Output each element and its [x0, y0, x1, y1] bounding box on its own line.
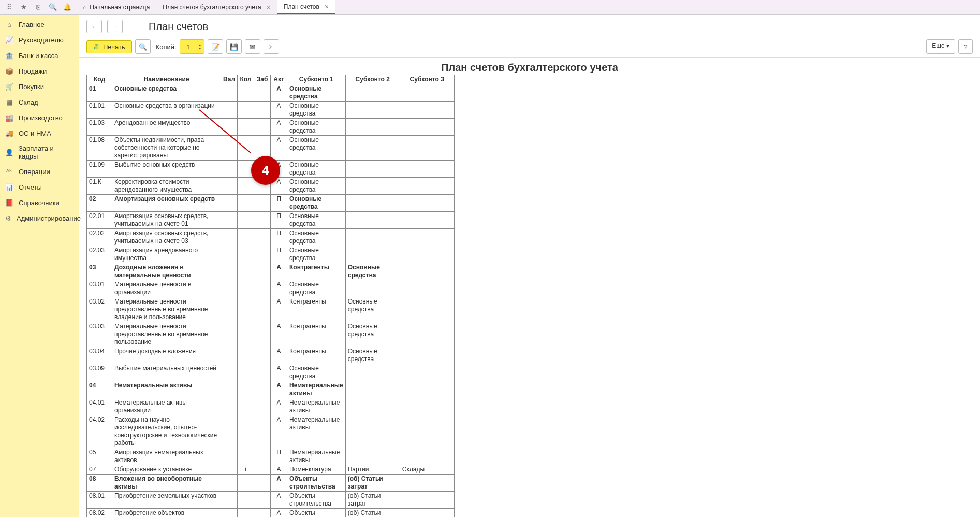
cell [221, 322, 238, 347]
sidebar-item-bars[interactable]: 📊Отчеты [0, 179, 79, 195]
ops-icon: ᴬᵏ [5, 167, 13, 176]
cell: А [271, 280, 287, 297]
close-icon[interactable]: × [325, 3, 329, 11]
table-row[interactable]: 02.01Амортизация основных средств, учиты… [87, 212, 455, 229]
tab-2[interactable]: План счетов× [277, 0, 335, 14]
cell [221, 195, 238, 212]
tab-1[interactable]: План счетов бухгалтерского учета× [156, 0, 277, 14]
cell: Основные средства [287, 364, 346, 381]
table-row[interactable]: 03.09Выбытие материальных ценностейАОсно… [87, 364, 455, 381]
more-button[interactable]: Еще ▾ [926, 39, 955, 54]
column-header: Наименование [112, 75, 221, 84]
truck-icon: 🚚 [5, 129, 13, 137]
cell: Основные средства [287, 195, 346, 212]
cell [345, 448, 400, 465]
table-row[interactable]: 05Амортизация нематериальных активовПНем… [87, 448, 455, 465]
cell: 08.02 [87, 509, 112, 518]
cell: А [271, 509, 287, 518]
star-icon[interactable]: ★ [17, 0, 31, 15]
copy-icon[interactable]: ⎘ [31, 0, 46, 15]
table-row[interactable]: 03.02Материальные ценности предоставленн… [87, 297, 455, 322]
cell: Амортизация основных средств, учитываемы… [112, 212, 221, 229]
sidebar-label: Производство [19, 114, 63, 122]
sidebar-item-gear[interactable]: ⚙Администрирование [0, 210, 79, 226]
cell: Основные средства [345, 347, 400, 364]
accounts-table: КодНаименованиеВалКолЗабАктСубконто 1Суб… [86, 75, 455, 517]
person-icon: 👤 [5, 148, 13, 156]
close-icon[interactable]: × [267, 3, 271, 11]
table-row[interactable]: 04.01Нематериальные активы организацииАН… [87, 398, 455, 415]
table-row[interactable]: 03Доходные вложения в материальные ценно… [87, 263, 455, 280]
sum-button[interactable]: Σ [264, 39, 279, 54]
back-button[interactable]: ← [86, 20, 102, 33]
column-header: Субконто 3 [400, 75, 454, 84]
sidebar-item-ops[interactable]: ᴬᵏОперации [0, 164, 79, 179]
table-row[interactable]: 08Вложения во внеоборотные активыАОбъект… [87, 475, 455, 492]
sidebar-item-sales[interactable]: 📦Продажи [0, 63, 79, 79]
sidebar-item-warehouse[interactable]: ▦Склад [0, 94, 79, 110]
cell: Основные средства [112, 84, 221, 102]
tab-0[interactable]: ⌂Начальная страница [77, 0, 156, 14]
bell-icon[interactable]: 🔔 [60, 0, 75, 15]
table-row[interactable]: 02.03Амортизация арендованного имущества… [87, 246, 455, 263]
table-row[interactable]: 03.03Материальные ценности предоставленн… [87, 322, 455, 347]
email-button[interactable]: ✉ [245, 39, 260, 54]
table-row[interactable]: 03.01Материальные ценности в организации… [87, 280, 455, 297]
sidebar-item-bank[interactable]: 🏦Банк и касса [0, 48, 79, 63]
cell [221, 347, 238, 364]
sidebar-item-chart[interactable]: 📈Руководителю [0, 32, 79, 48]
top-icons: ⠿ ★ ⎘ 🔍 🔔 [0, 0, 77, 15]
table-row[interactable]: 03.04Прочие доходные вложенияАКонтрагент… [87, 347, 455, 364]
cell: Основные средства [287, 178, 346, 195]
cell: Амортизация основных средств, учитываемы… [112, 229, 221, 246]
cell: А [271, 381, 287, 398]
sidebar-label: Справочники [19, 199, 60, 207]
copies-field[interactable] [182, 43, 195, 51]
cell: Корректировка стоимости арендованного им… [112, 178, 221, 195]
cell: (об) Статьи затрат [345, 475, 400, 492]
apps-icon[interactable]: ⠿ [2, 0, 17, 15]
table-row[interactable]: 01.01Основные средства в организацииАОсн… [87, 102, 455, 119]
cell [345, 119, 400, 136]
cell [345, 381, 400, 398]
sidebar-item-truck[interactable]: 🚚ОС и НМА [0, 125, 79, 141]
cell [254, 492, 271, 509]
help-button[interactable]: ? [958, 39, 973, 54]
cell [254, 297, 271, 322]
copies-input[interactable]: ▲▼ [180, 39, 204, 54]
cell: 03.01 [87, 280, 112, 297]
cell [238, 448, 254, 465]
cell [345, 102, 400, 119]
cell [254, 448, 271, 465]
sidebar-item-book[interactable]: 📕Справочники [0, 195, 79, 210]
table-row[interactable]: 04.02Расходы на научно-исследовательские… [87, 415, 455, 448]
top-bar: ⠿ ★ ⎘ 🔍 🔔 ⌂Начальная страницаПлан счетов… [0, 0, 980, 15]
preview-button[interactable]: 🔍 [135, 39, 151, 54]
save-button[interactable]: 💾 [226, 39, 242, 54]
table-area[interactable]: 4 План счетов бухгалтерского учета КодНа… [79, 58, 980, 517]
cell: А [271, 492, 287, 509]
edit-button[interactable]: 📝 [208, 39, 223, 54]
sidebar-item-cart[interactable]: 🛒Покупки [0, 79, 79, 94]
cell: Основные средства [287, 280, 346, 297]
sidebar-item-home[interactable]: ⌂Главное [0, 17, 79, 32]
search-icon[interactable]: 🔍 [46, 0, 60, 15]
copies-spinner[interactable]: ▲▼ [198, 43, 202, 50]
table-row[interactable]: 08.01Приобретение земельных участковАОбъ… [87, 492, 455, 509]
table-row[interactable]: 02.02Амортизация основных средств, учиты… [87, 229, 455, 246]
table-row[interactable]: 07Оборудование к установке+АНоменклатура… [87, 465, 455, 475]
cell [400, 297, 454, 322]
sidebar-item-person[interactable]: 👤Зарплата и кадры [0, 141, 79, 164]
print-button[interactable]: 🖶 Печать [86, 40, 132, 53]
forward-button[interactable]: → [107, 20, 123, 33]
table-row[interactable]: 01Основные средстваАОсновные средства [87, 84, 455, 102]
cell: Вложения во внеоборотные активы [112, 475, 221, 492]
table-row[interactable]: 01.03Арендованное имуществоАОсновные сре… [87, 119, 455, 136]
sidebar-item-factory[interactable]: 🏭Производство [0, 110, 79, 125]
table-row[interactable]: 02Амортизация основных средствПОсновные … [87, 195, 455, 212]
table-row[interactable]: 08.02Приобретение объектов природопользо… [87, 509, 455, 518]
cell: А [271, 415, 287, 448]
table-row[interactable]: 04Нематериальные активыАНематериальные а… [87, 381, 455, 398]
cell [238, 364, 254, 381]
cell: + [238, 465, 254, 475]
